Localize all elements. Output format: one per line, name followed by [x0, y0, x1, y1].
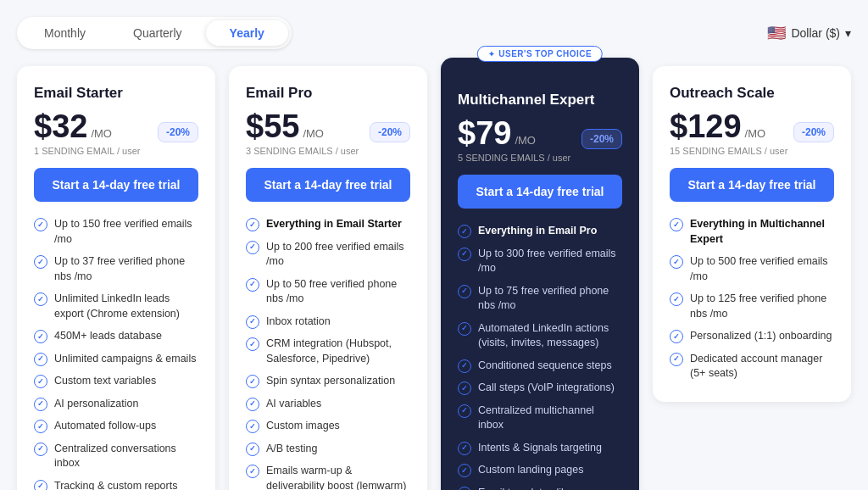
sending-info: 3 SENDING EMAILS / user: [246, 146, 410, 156]
feature-text: Email templates library: [478, 486, 585, 491]
discount-badge: -20%: [793, 122, 834, 142]
check-icon: [34, 353, 47, 366]
feature-item: Centralized multichannel inbox: [458, 404, 622, 433]
check-icon: [34, 292, 47, 306]
features-list: Everything in Email Starter Up to 200 fr…: [246, 217, 410, 490]
features-list: Everything in Multichannel Expert Up to …: [670, 217, 834, 381]
feature-item: Up to 75 free verified phone nbs /mo: [458, 284, 622, 314]
feature-text: Dedicated account manager (5+ seats): [690, 352, 834, 381]
feature-item: CRM integration (Hubspot, Salesforce, Pi…: [246, 337, 410, 366]
feature-text: Up to 500 free verified emails /mo: [690, 254, 834, 284]
feature-item: Inbox rotation: [246, 315, 410, 330]
plan-name: Email Starter: [34, 85, 198, 102]
check-icon: [34, 398, 47, 411]
feature-item: Up to 200 free verified emails /mo: [246, 240, 410, 270]
cta-button[interactable]: Start a 14-day free trial: [246, 168, 410, 202]
price-amount: $55 /MO: [246, 110, 324, 142]
check-icon: [246, 465, 259, 478]
feature-text: Emails warm-up & deliverability boost (l…: [266, 464, 410, 490]
feature-item: Everything in Multichannel Expert: [670, 217, 834, 247]
feature-item: Automated LinkedIn actions (visits, invi…: [458, 321, 622, 351]
discount-badge: -20%: [158, 122, 198, 142]
plan-card-multichannel-expert: USER'S TOP CHOICE Multichannel Expert $7…: [441, 58, 639, 490]
feature-item: AI variables: [246, 397, 410, 412]
toggle-yearly[interactable]: Yearly: [206, 20, 288, 46]
feature-text: Automated follow-ups: [54, 419, 156, 434]
feature-text: Up to 75 free verified phone nbs /mo: [478, 284, 622, 314]
sending-info: 15 SENDING EMAILS / user: [670, 146, 834, 156]
plan-name: Outreach Scale: [670, 85, 834, 102]
check-icon: [458, 359, 471, 373]
price-amount: $32 /MO: [34, 110, 112, 142]
toggle-monthly[interactable]: Monthly: [20, 20, 109, 46]
feature-item: Conditioned sequence steps: [458, 359, 622, 374]
check-icon: [458, 225, 471, 238]
price-amount: $79 /MO: [458, 117, 536, 149]
feature-item: Up to 150 free verified emails /mo: [34, 217, 198, 247]
price-amount: $129 /MO: [670, 110, 765, 142]
toggle-quarterly[interactable]: Quarterly: [109, 20, 206, 46]
check-icon: [34, 255, 47, 269]
check-icon: [458, 464, 471, 477]
currency-selector[interactable]: 🇺🇸 Dollar ($) ▾: [767, 24, 851, 42]
top-bar: Monthly Quarterly Yearly 🇺🇸 Dollar ($) ▾: [17, 17, 851, 49]
cta-button[interactable]: Start a 14-day free trial: [458, 175, 622, 209]
price-mo: /MO: [745, 127, 766, 140]
feature-item: Up to 37 free verified phone nbs /mo: [34, 254, 198, 284]
feature-text: Inbox rotation: [266, 315, 331, 330]
check-icon: [458, 487, 471, 491]
price-row: $55 /MO -20%: [246, 110, 410, 142]
plan-name: Email Pro: [246, 85, 410, 102]
feature-text: Tracking & custom reports: [54, 479, 177, 491]
check-icon: [458, 404, 471, 418]
feature-item: Tracking & custom reports: [34, 479, 198, 491]
feature-item: Unlimited campaigns & emails: [34, 352, 198, 367]
check-icon: [458, 381, 471, 395]
chevron-down-icon: ▾: [845, 26, 851, 40]
feature-item: A/B testing: [246, 442, 410, 457]
feature-item: 450M+ leads database: [34, 329, 198, 344]
check-icon: [246, 218, 259, 231]
feature-text: Personalized (1:1) onboarding: [690, 329, 832, 344]
feature-item: Custom text variables: [34, 374, 198, 389]
feature-item: Call steps (VoIP integrations): [458, 381, 622, 396]
check-icon: [670, 218, 683, 231]
price-dollar: $55: [246, 110, 299, 142]
sending-info: 1 SENDING EMAIL / user: [34, 146, 198, 156]
feature-item: Unlimited LinkedIn leads export (Chrome …: [34, 292, 198, 321]
feature-item: Up to 500 free verified emails /mo: [670, 254, 834, 284]
feature-text: Up to 150 free verified emails /mo: [54, 217, 198, 247]
feature-text: Call steps (VoIP integrations): [478, 381, 615, 396]
feature-item: Dedicated account manager (5+ seats): [670, 352, 834, 381]
check-icon: [246, 278, 259, 292]
feature-text: Conditioned sequence steps: [478, 359, 612, 374]
cta-button[interactable]: Start a 14-day free trial: [670, 168, 834, 202]
feature-text: 450M+ leads database: [54, 329, 162, 344]
feature-text: Up to 300 free verified emails /mo: [478, 247, 622, 276]
feature-text: Everything in Email Starter: [266, 217, 402, 232]
check-icon: [34, 443, 47, 456]
feature-item: Emails warm-up & deliverability boost (l…: [246, 464, 410, 490]
price-row: $129 /MO -20%: [670, 110, 834, 142]
feature-text: Centralized conversations inbox: [54, 442, 198, 471]
feature-item: Centralized conversations inbox: [34, 442, 198, 471]
feature-text: Up to 200 free verified emails /mo: [266, 240, 410, 270]
feature-text: Everything in Multichannel Expert: [690, 217, 834, 247]
feature-text: Everything in Email Pro: [478, 224, 597, 239]
feature-text: Automated LinkedIn actions (visits, invi…: [478, 321, 622, 351]
check-icon: [670, 292, 683, 306]
feature-text: Custom landing pages: [478, 463, 583, 478]
price-row: $32 /MO -20%: [34, 110, 198, 142]
feature-item: Everything in Email Pro: [458, 224, 622, 239]
feature-item: Up to 300 free verified emails /mo: [458, 247, 622, 276]
cta-button[interactable]: Start a 14-day free trial: [34, 168, 198, 202]
discount-badge: -20%: [370, 122, 410, 142]
feature-item: AI personalization: [34, 397, 198, 412]
check-icon: [34, 218, 47, 231]
price-dollar: $129: [670, 110, 742, 142]
price-row: $79 /MO -20%: [458, 117, 622, 149]
plan-card-email-pro: Email Pro $55 /MO -20% 3 SENDING EMAILS …: [229, 66, 427, 490]
price-mo: /MO: [91, 127, 112, 140]
feature-item: Up to 125 free verified phone nbs /mo: [670, 292, 834, 321]
feature-item: Up to 50 free verified phone nbs /mo: [246, 277, 410, 307]
